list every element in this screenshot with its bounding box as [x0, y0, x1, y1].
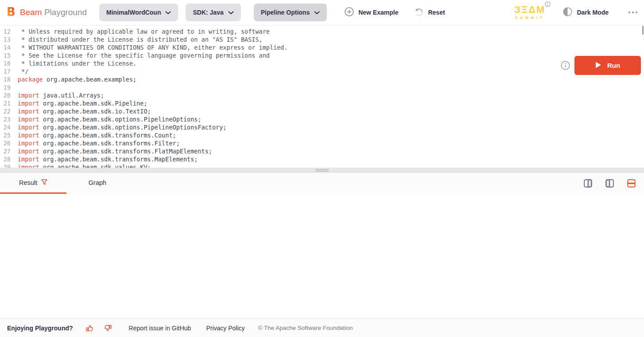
tab-result[interactable]: Result: [0, 173, 66, 194]
plus-circle-icon: [345, 7, 354, 18]
more-options-button[interactable]: [628, 11, 638, 14]
chevron-down-icon: [228, 9, 234, 16]
code-line: 16 * limitations under the License.: [0, 59, 644, 67]
code-line: 15 * See the License for the specific la…: [0, 51, 644, 59]
header-right: ЗΞΔM SUMMIT Dark Mode: [514, 5, 638, 20]
header: B Beam Playground MinimalWordCoun SDK: J…: [0, 0, 644, 25]
example-dropdown[interactable]: MinimalWordCoun: [99, 4, 178, 21]
chevron-down-icon: [165, 9, 171, 16]
layout-toggle-group: [584, 173, 644, 194]
copyright-text: © The Apache Software Foundation: [258, 325, 353, 331]
thumb-down-icon[interactable]: [104, 324, 112, 332]
code-line: 24import org.apache.beam.sdk.options.Pip…: [0, 123, 644, 131]
code-lines: 12 * Unless required by applicable law o…: [0, 25, 644, 168]
beam-playground-app: B Beam Playground MinimalWordCoun SDK: J…: [0, 0, 644, 337]
sdk-dropdown[interactable]: SDK: Java: [186, 4, 241, 21]
code-line: 22import org.apache.beam.sdk.io.TextIO;: [0, 107, 644, 115]
beam-logo-icon: B: [6, 5, 16, 20]
output-tabstrip: Result Graph: [0, 173, 644, 194]
beam-playground-logo[interactable]: B Beam Playground: [6, 5, 87, 20]
run-button[interactable]: Run: [574, 56, 641, 75]
pipeline-options-dropdown[interactable]: Pipeline Options: [254, 4, 327, 21]
result-output-area: [0, 194, 644, 318]
svg-text:B: B: [7, 5, 16, 18]
code-line: 28import org.apache.beam.sdk.transforms.…: [0, 155, 644, 163]
tab-graph[interactable]: Graph: [66, 173, 128, 194]
code-line: 29import org.apache.beam.sdk.values.KV;: [0, 163, 644, 168]
run-info-icon[interactable]: [561, 61, 570, 72]
chevron-down-icon: [314, 9, 320, 16]
filter-icon[interactable]: [41, 179, 47, 187]
beam-summit-logo[interactable]: ЗΞΔM SUMMIT: [514, 5, 551, 20]
code-line: 14 * WITHOUT WARRANTIES OR CONDITIONS OF…: [0, 43, 644, 51]
summit-info-icon[interactable]: [545, 1, 551, 8]
feedback-question: Enjoying Playground?: [7, 325, 73, 332]
code-line: 26import org.apache.beam.sdk.transforms.…: [0, 139, 644, 147]
code-line: 12 * Unless required by applicable law o…: [0, 27, 644, 35]
dark-mode-toggle[interactable]: Dark Mode: [563, 7, 609, 18]
new-example-button[interactable]: New Example: [345, 7, 398, 18]
code-line: 27import org.apache.beam.sdk.transforms.…: [0, 147, 644, 155]
split-resize-handle[interactable]: [0, 168, 644, 173]
editor-scrollbar[interactable]: [642, 26, 644, 35]
code-line: 18package org.apache.beam.examples;: [0, 75, 644, 83]
code-line: 19: [0, 83, 644, 91]
play-icon: [595, 62, 601, 70]
code-line: 17 */: [0, 67, 644, 75]
report-issue-link[interactable]: Report issue in GitHub: [129, 325, 191, 332]
app-title: Beam Playground: [20, 8, 87, 17]
code-line: 25import org.apache.beam.sdk.transforms.…: [0, 131, 644, 139]
layout-split-left-icon[interactable]: [605, 179, 614, 188]
code-line: 21import org.apache.beam.sdk.Pipeline;: [0, 99, 644, 107]
footer: Enjoying Playground? Report issue in Git…: [0, 318, 644, 337]
reset-button[interactable]: Reset: [415, 8, 445, 18]
code-line: 13 * distributed under the License is di…: [0, 35, 644, 43]
code-editor[interactable]: 12 * Unless required by applicable law o…: [0, 25, 644, 168]
code-line: 23import org.apache.beam.sdk.options.Pip…: [0, 115, 644, 123]
reset-icon: [415, 8, 423, 18]
contrast-icon: [563, 7, 572, 18]
code-line: 20import java.util.Arrays;: [0, 91, 644, 99]
thumb-up-icon[interactable]: [85, 324, 93, 332]
layout-split-right-icon[interactable]: [584, 179, 592, 188]
drag-grip-icon: [315, 169, 329, 172]
privacy-policy-link[interactable]: Privacy Policy: [206, 325, 244, 332]
layout-split-horizontal-icon[interactable]: [627, 179, 636, 188]
